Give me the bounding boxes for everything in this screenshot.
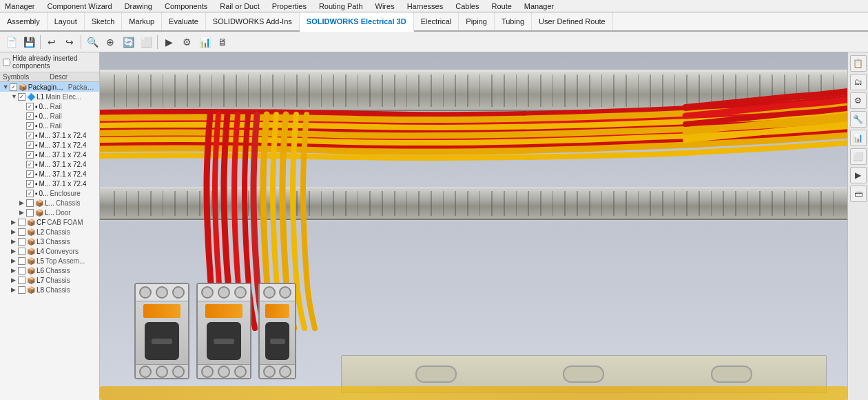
chart-btn[interactable]: 📊 <box>196 34 213 50</box>
tab-evaluate[interactable]: Evaluate <box>162 12 206 30</box>
rt-layers-btn[interactable]: 🗂 <box>850 74 867 90</box>
undo-btn[interactable]: ↩ <box>43 34 60 50</box>
tab-sw-addins[interactable]: SOLIDWORKS Add-Ins <box>206 12 300 30</box>
menu-wires[interactable]: Wires <box>373 2 397 10</box>
hide-checkbox-label[interactable]: Hide already inserted components <box>3 54 96 70</box>
viewport[interactable]: 🔍 ⊕ 🔄 ⬜ 📐 🔲 ▶ ⚙ 📊 🖥 <box>100 52 847 400</box>
tree-row-21[interactable]: ▶📦L8Chassis <box>0 285 99 294</box>
tree-checkbox[interactable] <box>10 83 17 91</box>
tree-arrow[interactable]: ▶ <box>11 267 18 274</box>
menu-component-wizard[interactable]: Component Wizard <box>45 2 114 10</box>
zoom2-btn[interactable]: ⊕ <box>102 34 118 50</box>
tree-checkbox[interactable] <box>18 228 25 236</box>
tree-row-3[interactable]: ▪0...Rail <box>0 111 99 121</box>
tree-checkbox[interactable] <box>26 190 34 197</box>
tree-row-17[interactable]: ▶📦L4Conveyors <box>0 246 99 256</box>
tree-arrow[interactable]: ▶ <box>19 199 26 206</box>
tree-row-19[interactable]: ▶📦L6Chassis <box>0 266 99 275</box>
tab-electrical[interactable]: Electrical <box>414 12 459 30</box>
redo-btn[interactable]: ↪ <box>61 34 78 50</box>
new-btn[interactable]: 📄 <box>3 34 19 50</box>
settings-btn[interactable]: ⚙ <box>178 34 195 50</box>
tree-checkbox[interactable] <box>26 103 34 110</box>
tree-row-13[interactable]: ▶📦L...Door <box>0 208 99 217</box>
tree-arrow[interactable]: ▶ <box>11 238 18 245</box>
tree-row-14[interactable]: ▶📦CFCAB FOAM <box>0 217 99 227</box>
tree-row-10[interactable]: ▪M... 37.1 x 72.4 <box>0 179 99 188</box>
tree-row-15[interactable]: ▶📦L2Chassis <box>0 227 99 237</box>
tree-arrow[interactable]: ▶ <box>11 228 18 235</box>
tree-arrow[interactable]: ▼ <box>11 93 18 100</box>
tree-arrow[interactable]: ▶ <box>19 209 26 216</box>
menu-rail-duct[interactable]: Rail or Duct <box>218 2 261 10</box>
menu-harnesses[interactable]: Harnesses <box>405 2 446 10</box>
breaker-handle-3[interactable] <box>265 322 289 360</box>
monitor-btn[interactable]: 🖥 <box>214 34 231 50</box>
tree-arrow[interactable]: ▶ <box>11 257 18 264</box>
tree-checkbox[interactable] <box>26 180 34 188</box>
tree-row-1[interactable]: ▼🔷L1Main Elec... <box>0 92 99 101</box>
tree-checkbox[interactable] <box>26 209 34 217</box>
tree-checkbox[interactable] <box>18 219 25 226</box>
tree-arrow[interactable]: ▼ <box>3 83 10 90</box>
menu-route[interactable]: Route <box>489 2 513 10</box>
tree-checkbox[interactable] <box>26 122 34 130</box>
tree-row-18[interactable]: ▶📦L5Top Assem... <box>0 256 99 266</box>
rt-wrench-btn[interactable]: 🔧 <box>850 111 867 128</box>
tree-arrow[interactable]: ▶ <box>11 248 18 254</box>
menu-components[interactable]: Components <box>163 2 209 10</box>
tree-checkbox[interactable] <box>26 170 34 178</box>
tree-arrow[interactable]: ▶ <box>11 286 18 293</box>
rt-arrow-btn[interactable]: ▶ <box>850 167 867 183</box>
zoom-btn[interactable]: 🔍 <box>84 34 101 50</box>
view-btn[interactable]: ⬜ <box>138 34 154 50</box>
rt-grid-btn[interactable]: ⬜ <box>850 148 867 165</box>
tree-checkbox[interactable] <box>18 267 25 274</box>
rt-settings-btn[interactable]: ⚙ <box>850 92 867 109</box>
tree-row-11[interactable]: ▪0...Enclosure <box>0 188 99 198</box>
tree-checkbox[interactable] <box>18 248 25 255</box>
tree-row-9[interactable]: ▪M... 37.1 x 72.4 <box>0 169 99 179</box>
tree-row-4[interactable]: ▪0...Rail <box>0 121 99 130</box>
tree-checkbox[interactable] <box>26 199 34 207</box>
tree-checkbox[interactable] <box>18 238 25 246</box>
rt-layers2-btn[interactable]: 🗃 <box>850 186 867 202</box>
tree-checkbox[interactable] <box>26 151 34 159</box>
tree-row-16[interactable]: ▶📦L3Chassis <box>0 237 99 246</box>
tree-row-5[interactable]: ▪M... 37.1 x 72.4 <box>0 130 99 140</box>
tab-sketch[interactable]: Sketch <box>85 12 123 30</box>
tree-checkbox[interactable] <box>26 161 34 168</box>
forward-btn[interactable]: ▶ <box>161 34 177 50</box>
circuit-breaker-2[interactable] <box>196 283 251 379</box>
circuit-breaker-1[interactable] <box>134 283 189 379</box>
tree-row-6[interactable]: ▪M... 37.1 x 72.4 <box>0 140 99 150</box>
rotate-btn[interactable]: 🔄 <box>120 34 136 50</box>
tree-checkbox[interactable] <box>18 93 25 101</box>
tree-row-20[interactable]: ▶📦L7Chassis <box>0 275 99 285</box>
menu-manager[interactable]: Manager <box>3 2 37 10</box>
tree-row-7[interactable]: ▪M... 37.1 x 72.4 <box>0 150 99 159</box>
tree-checkbox[interactable] <box>18 286 25 294</box>
tree-arrow[interactable]: ▶ <box>11 277 18 283</box>
tree-checkbox[interactable] <box>26 141 34 149</box>
rt-chart-btn[interactable]: 📊 <box>850 130 867 146</box>
rt-clipboard-btn[interactable]: 📋 <box>850 55 867 72</box>
tree-row-8[interactable]: ▪M... 37.1 x 72.4 <box>0 159 99 169</box>
tab-tubing[interactable]: Tubing <box>495 12 532 30</box>
menu-properties[interactable]: Properties <box>270 2 309 10</box>
tree-checkbox[interactable] <box>18 257 25 265</box>
tree-row-2[interactable]: ▪0...Rail <box>0 101 99 111</box>
tab-piping[interactable]: Piping <box>459 12 495 30</box>
breaker-handle-1[interactable] <box>145 322 179 360</box>
tree-row-12[interactable]: ▶📦L...Chassis <box>0 198 99 208</box>
tab-assembly[interactable]: Assembly <box>0 12 48 30</box>
tree-checkbox[interactable] <box>18 277 25 284</box>
tab-sw-electrical-3d[interactable]: SOLIDWORKS Electrical 3D <box>300 12 414 32</box>
tree-checkbox[interactable] <box>26 132 34 139</box>
tree-row-0[interactable]: ▼📦Packaging I...Packaging <box>0 82 99 92</box>
tab-markup[interactable]: Markup <box>122 12 162 30</box>
menu-cables[interactable]: Cables <box>453 2 481 10</box>
tab-user-defined[interactable]: User Defined Route <box>532 12 613 30</box>
menu-routing-path[interactable]: Routing Path <box>317 2 365 10</box>
cad-view[interactable] <box>100 52 847 400</box>
